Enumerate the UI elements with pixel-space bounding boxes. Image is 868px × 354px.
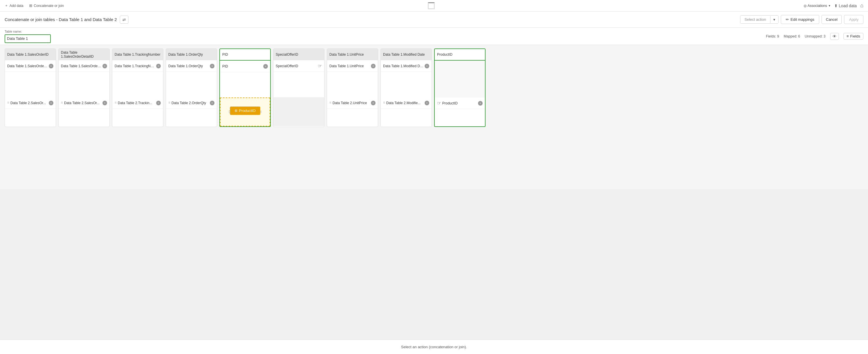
mapping-area: Data Table 1.SalesOrderID Data Table 1.S… [0, 45, 868, 189]
column-trackingnumber: Data Table 1.TrackingNumber Data Table 1… [112, 49, 163, 127]
field-name: Data Table 1.Modified Date [383, 64, 424, 68]
column-productid: ProductID ☞ ProductID × [434, 49, 486, 127]
field-name: SpecialOfferID [276, 64, 318, 68]
field-name-bottom: Data Table 2.SalesOr... [64, 101, 101, 105]
field-row-top: Data Table 1.SalesOrderID × [5, 60, 56, 72]
field-name: Data Table 1.OrderQty [168, 64, 209, 68]
table-name-input[interactable] [5, 34, 51, 43]
upload-icon: ⬆ [834, 3, 838, 8]
swap-button[interactable]: ⇄ [120, 15, 128, 24]
loading-spinner [428, 2, 435, 9]
table-name-row: Table name: Fields: 9 Mapped: 6 Unmapped… [0, 28, 868, 45]
field-row-bottom: ⠿ Data Table 2.Trackin... × [112, 97, 163, 109]
column-header-productid: ProductID [435, 49, 485, 61]
remove-field-icon[interactable]: × [102, 64, 107, 68]
field-row-bottom: ⠿ Data Table 2.Modifie... × [381, 97, 432, 109]
field-name-bottom: Data Table 2.Trackin... [118, 101, 155, 105]
unmapped-count: Unmapped: 3 [805, 34, 826, 38]
load-data-button[interactable]: ⬆ Load data [834, 3, 857, 8]
table-name-section: Table name: [5, 30, 51, 43]
hand-cursor-icon[interactable]: ☞ [437, 100, 441, 106]
drag-handle-icon[interactable]: ⠿ [168, 101, 170, 104]
field-row-top: Data Table 1.TrackingNu... × [112, 60, 163, 72]
drag-handle-icon[interactable]: ⠿ [383, 101, 385, 104]
column-title: PID [222, 53, 228, 57]
header-bar: Concatenate or join tables - Data Table … [0, 11, 868, 28]
remove-field-icon[interactable]: × [156, 64, 161, 68]
column-title: Data Table 1.OrderQty [168, 53, 203, 57]
remove-field-icon[interactable]: × [425, 64, 429, 68]
fields-button[interactable]: ≡ Fields [843, 33, 863, 39]
select-action-dropdown[interactable]: Select action ▼ [740, 15, 778, 24]
drag-handle-icon[interactable]: ⠿ [329, 101, 331, 104]
remove-field-bottom-icon[interactable]: × [156, 101, 161, 105]
remove-field-icon[interactable]: × [371, 64, 376, 68]
field-row-bottom: ⠿ Data Table 2.OrderQty × [166, 97, 217, 109]
chevron-down-icon: ▼ [828, 4, 831, 7]
field-name: Data Table 1.UnitPrice [329, 64, 370, 68]
column-title: Data Table 1.SalesOrderDetailID [61, 51, 107, 59]
field-spacer [327, 72, 378, 97]
field-spacer [220, 72, 270, 98]
field-spacer [5, 72, 56, 97]
drop-zone-text: Drop to map this field [228, 110, 261, 114]
field-row-top: Data Table 1.OrderQty × [166, 60, 217, 72]
field-row-bottom: ⠿ Data Table 2.SalesOr... × [59, 97, 110, 109]
drag-handle-icon[interactable]: ⠿ [7, 101, 9, 104]
column-pid: PID PID × Drop to map this field ⊞ Produ… [219, 49, 271, 127]
swap-icon: ⇄ [122, 17, 126, 22]
spinner-area [425, 0, 442, 11]
field-name: Data Table 1.SalesOrder... [61, 64, 101, 68]
field-row-top: SpecialOfferID ☞ [273, 60, 324, 72]
field-row-top: Data Table 1.Modified Date × [381, 60, 432, 72]
remove-field-icon[interactable]: × [263, 64, 268, 69]
column-header-salesorderid: Data Table 1.SalesOrderID [5, 49, 56, 60]
concat-join-button[interactable]: ⊞ Concatenate or join [29, 3, 64, 8]
cancel-button[interactable]: Cancel [822, 15, 842, 24]
field-name: PID [222, 64, 262, 68]
column-top-empty [435, 61, 485, 98]
drag-handle-icon[interactable]: ⠿ [115, 101, 117, 104]
remove-field-icon[interactable]: × [210, 64, 215, 68]
drag-handle-icon[interactable]: ⠿ [61, 101, 63, 104]
field-name: Data Table 1.TrackingNu... [115, 64, 155, 68]
column-header-trackingnumber: Data Table 1.TrackingNumber [112, 49, 163, 60]
remove-field-bottom-icon[interactable]: × [478, 101, 483, 106]
column-header-unitprice: Data Table 1.UnitPrice [327, 49, 378, 60]
top-nav: ＋ Add data ⊞ Concatenate or join ◎ Assoc… [0, 0, 868, 11]
drop-zone[interactable]: Drop to map this field ⊞ ProductID [220, 98, 270, 126]
field-row-bottom: ⠿ Data Table 2.UnitPrice × [327, 97, 378, 109]
column-header-salesorderdetailid: Data Table 1.SalesOrderDetailID [59, 49, 110, 60]
column-title: SpecialOfferID [276, 53, 298, 57]
remove-field-bottom-icon[interactable]: × [102, 101, 107, 105]
apply-button[interactable]: Apply [844, 15, 863, 24]
hand-cursor-icon[interactable]: ☞ [318, 63, 322, 69]
field-name-bottom: Data Table 2.OrderQty [172, 101, 209, 105]
columns-container: Data Table 1.SalesOrderID Data Table 1.S… [5, 49, 486, 127]
pencil-icon: ✏ [786, 17, 789, 22]
select-action-label: Select action [740, 15, 770, 23]
add-data-button[interactable]: ＋ Add data [5, 3, 23, 8]
remove-field-bottom-icon[interactable]: × [210, 101, 215, 105]
column-title: ProductID [437, 53, 452, 57]
dropdown-arrow-icon[interactable]: ▼ [770, 16, 778, 23]
column-title: Data Table 1.Modified Date [383, 53, 425, 57]
remove-field-bottom-icon[interactable]: × [371, 101, 376, 105]
edit-mappings-button[interactable]: ✏ Edit mappings [781, 15, 819, 24]
remove-field-bottom-icon[interactable]: × [49, 101, 53, 105]
header-right: Select action ▼ ✏ Edit mappings Cancel A… [740, 15, 863, 24]
status-bar: Select an action (concatenation or join)… [0, 340, 868, 354]
remove-field-bottom-icon[interactable]: × [425, 101, 429, 105]
field-name-bottom: Data Table 2.SalesOr... [10, 101, 48, 105]
column-salesorderdetailid: Data Table 1.SalesOrderDetailID Data Tab… [58, 49, 110, 127]
eye-icon[interactable]: 👁 [830, 33, 839, 40]
remove-field-icon[interactable]: × [49, 64, 53, 68]
field-name-bottom: Data Table 2.Modifie... [386, 101, 424, 105]
column-unitprice: Data Table 1.UnitPrice Data Table 1.Unit… [327, 49, 378, 127]
column-title: Data Table 1.UnitPrice [329, 53, 364, 57]
home-button[interactable]: ⌂ [860, 3, 863, 9]
column-modifieddate: Data Table 1.Modified Date Data Table 1.… [380, 49, 432, 127]
column-title: Data Table 1.TrackingNumber [115, 53, 160, 57]
associations-button[interactable]: ◎ Associations ▼ [804, 4, 831, 8]
field-row-bottom: ☞ ProductID × [435, 98, 485, 109]
